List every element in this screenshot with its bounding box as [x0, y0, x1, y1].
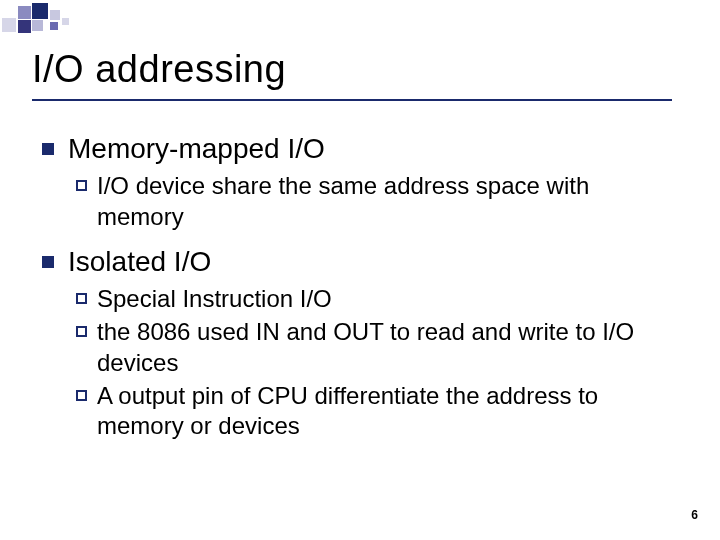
bullet-level2: I/O device share the same address space … [76, 171, 688, 232]
slide-body: I/O addressing Memory-mapped I/O I/O dev… [0, 0, 720, 442]
section-heading: Memory-mapped I/O [68, 133, 325, 165]
bullet-level2: Special Instruction I/O [76, 284, 688, 315]
section-heading: Isolated I/O [68, 246, 211, 278]
bullet-level2: the 8086 used IN and OUT to read and wri… [76, 317, 688, 378]
slide-decoration [0, 0, 720, 40]
bullet-text: the 8086 used IN and OUT to read and wri… [97, 317, 677, 378]
hollow-square-bullet-icon [76, 390, 87, 401]
square-bullet-icon [42, 143, 54, 155]
hollow-square-bullet-icon [76, 293, 87, 304]
bullet-level2: A output pin of CPU differentiate the ad… [76, 381, 688, 442]
bullet-level1: Memory-mapped I/O [42, 133, 688, 165]
hollow-square-bullet-icon [76, 326, 87, 337]
page-number: 6 [691, 508, 698, 522]
bullet-text: A output pin of CPU differentiate the ad… [97, 381, 677, 442]
hollow-square-bullet-icon [76, 180, 87, 191]
title-underline [32, 99, 672, 101]
bullet-level1: Isolated I/O [42, 246, 688, 278]
bullet-text: I/O device share the same address space … [97, 171, 677, 232]
slide-title: I/O addressing [32, 48, 688, 91]
slide-content: Memory-mapped I/O I/O device share the s… [32, 133, 688, 442]
square-bullet-icon [42, 256, 54, 268]
bullet-text: Special Instruction I/O [97, 284, 332, 315]
